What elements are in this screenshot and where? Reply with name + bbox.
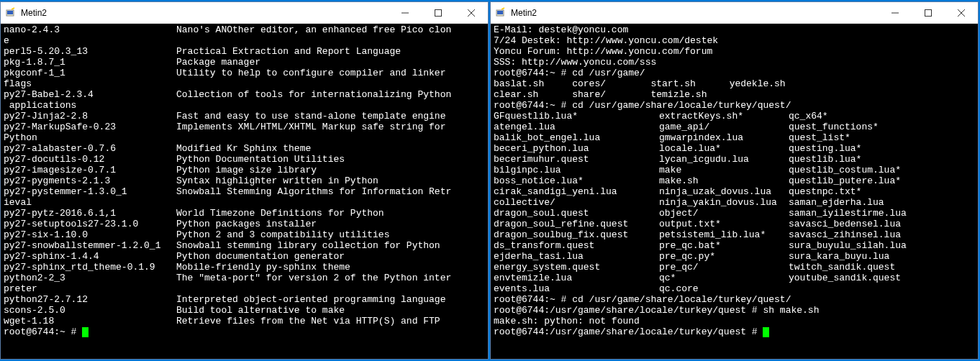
- file-row: energy_system.questpre_qc/twitch_sandik.…: [494, 262, 975, 273]
- command-line: root@6744:~ # cd /usr/game/share/locale/…: [494, 294, 975, 305]
- package-row: wget-1.18Retrieve files from the Net via…: [4, 316, 485, 326]
- package-row: py27-setuptools27-23.1.0Python packages …: [4, 219, 485, 229]
- package-row: pkgconf-1_1Utility to help to configure …: [4, 68, 485, 78]
- package-row: scons-2.5.0Build tool alternative to mak…: [4, 305, 485, 316]
- cursor: [763, 327, 769, 337]
- file-row: becerimuhur.questlycan_icgudu.luaquestli…: [494, 154, 975, 165]
- package-row: nano-2.4.3Nano's ANOther editor, an enha…: [4, 24, 485, 35]
- header-line: E-Mail: destek@yoncu.com: [494, 24, 975, 35]
- prompt-line[interactable]: root@6744:~ #: [4, 326, 485, 337]
- package-row-cont: e: [4, 35, 485, 46]
- file-row: bilginpc.luamakequestlib_costum.lua*: [494, 165, 975, 175]
- file-row: boss_notice.lua*make.shquestlib_putere.l…: [494, 175, 975, 186]
- package-row: py27-Babel-2.3.4Collection of tools for …: [4, 89, 485, 100]
- window-title: Metin2: [511, 8, 879, 18]
- package-row: py27-pytz-2016.6.1,1World Timezone Defin…: [4, 208, 485, 219]
- close-button[interactable]: [945, 2, 978, 23]
- putty-icon: [495, 7, 507, 19]
- svg-rect-11: [925, 9, 932, 16]
- window-controls: [389, 2, 488, 23]
- package-row: py27-imagesize-0.7.1Python image size li…: [4, 165, 485, 175]
- prompt-line[interactable]: root@6744:/usr/game/share/locale/turkey/…: [494, 326, 975, 337]
- maximize-button[interactable]: [912, 2, 945, 23]
- terminal-content-left[interactable]: nano-2.4.3Nano's ANOther editor, an enha…: [1, 24, 488, 359]
- header-line: SSS: http://www.yoncu.com/sss: [494, 57, 975, 68]
- terminal-window-right: Metin2 E-Mail: destek@yoncu.com7/24 Dest…: [490, 1, 979, 360]
- file-row: atengel.luagame_api/quest_functions*: [494, 122, 975, 132]
- package-row: py27-pygments-2.1.3Syntax highlighter wr…: [4, 175, 485, 186]
- file-row: envtemizle.luaqc*youtube_sandik.quest: [494, 273, 975, 283]
- package-row-cont: Python: [4, 132, 485, 143]
- minimize-button[interactable]: [879, 2, 912, 23]
- ls-row: clear.sh share/ temizle.sh: [494, 89, 975, 100]
- file-row: beceri_python.lualocale.lua*questing.lua…: [494, 143, 975, 154]
- cursor: [82, 327, 89, 337]
- package-row: python2-2_3The "meta-port" for version 2…: [4, 273, 485, 283]
- package-row: py27-docutils-0.12Python Documentation U…: [4, 154, 485, 165]
- command-line: root@6744:~ # cd /usr/game/share/locale/…: [494, 100, 975, 111]
- command-line: root@6744:/usr/game/share/locale/turkey/…: [494, 305, 975, 316]
- file-row: cirak_sandigi_yeni.luaninja_uzak_dovus.l…: [494, 186, 975, 197]
- package-row-cont: preter: [4, 283, 485, 294]
- file-row: GFquestlib.lua*extractKeys.sh*qc_x64*: [494, 111, 975, 122]
- package-row: perl5-5.20.3_13Practical Extraction and …: [4, 46, 485, 57]
- minimize-button[interactable]: [389, 2, 422, 23]
- package-row-cont: applications: [4, 100, 485, 111]
- file-row: dragon_soul_refine.questoutput.txt*savas…: [494, 219, 975, 229]
- window-controls: [879, 2, 978, 23]
- package-row: py27-snowballstemmer-1.2.0_1Snowball ste…: [4, 240, 485, 251]
- putty-icon: [5, 7, 17, 19]
- header-line: Yoncu Forum: http://www.yoncu.com/forum: [494, 46, 975, 57]
- svg-line-2: [12, 8, 14, 9]
- svg-rect-8: [497, 11, 503, 14]
- close-button[interactable]: [455, 2, 488, 23]
- svg-rect-1: [7, 11, 13, 14]
- file-row: ejderha_tasi.luapre_qc.py*sura_kara_buyu…: [494, 251, 975, 262]
- package-row: py27-alabaster-0.7.6Modified Kr Sphinx t…: [4, 143, 485, 154]
- package-row: py27-sphinx_rtd_theme-0.1.9Mobile-friend…: [4, 262, 485, 273]
- file-row: ds_transform.questpre_qc.bat*sura_buyulu…: [494, 240, 975, 251]
- error-line: make.sh: python: not found: [494, 316, 975, 326]
- package-row: py27-MarkupSafe-0.23Implements XML/HTML/…: [4, 122, 485, 132]
- package-row: python27-2.7.12Interpreted object-orient…: [4, 294, 485, 305]
- file-row: dragon_soulbug_fix.questpetsistemi_lib.l…: [494, 229, 975, 240]
- package-row: py27-pystemmer-1.3.0_1Snowball Stemming …: [4, 186, 485, 197]
- file-row: dragon_soul.questobject/saman_iyilestirm…: [494, 208, 975, 219]
- package-row-cont: flags: [4, 78, 485, 89]
- package-row: py27-sphinx-1.4.4Python documentation ge…: [4, 251, 485, 262]
- maximize-button[interactable]: [422, 2, 455, 23]
- package-row: pkg-1.8.7_1Package manager: [4, 57, 485, 68]
- svg-line-9: [502, 8, 504, 9]
- command-line: root@6744:~ # cd /usr/game/: [494, 68, 975, 78]
- window-title: Metin2: [21, 8, 389, 18]
- svg-rect-4: [435, 9, 442, 16]
- titlebar[interactable]: Metin2: [491, 2, 978, 24]
- terminal-content-right[interactable]: E-Mail: destek@yoncu.com7/24 Destek: htt…: [491, 24, 978, 359]
- file-row: events.luaqc.core: [494, 283, 975, 294]
- file-row: balik_bot_engel.luagmwarpindex.luaquest_…: [494, 132, 975, 143]
- titlebar[interactable]: Metin2: [1, 2, 488, 24]
- ls-row: baslat.sh cores/ start.sh yedekle.sh: [494, 78, 975, 89]
- package-row: py27-Jinja2-2.8Fast and easy to use stan…: [4, 111, 485, 122]
- package-row: py27-six-1.10.0Python 2 and 3 compatibil…: [4, 229, 485, 240]
- header-line: 7/24 Destek: http://www.yoncu.com/destek: [494, 35, 975, 46]
- package-row-cont: ieval: [4, 197, 485, 208]
- file-row: collective/ninja_yakin_dovus.luasaman_ej…: [494, 197, 975, 208]
- terminal-window-left: Metin2 nano-2.4.3Nano's ANOther editor, …: [0, 1, 489, 360]
